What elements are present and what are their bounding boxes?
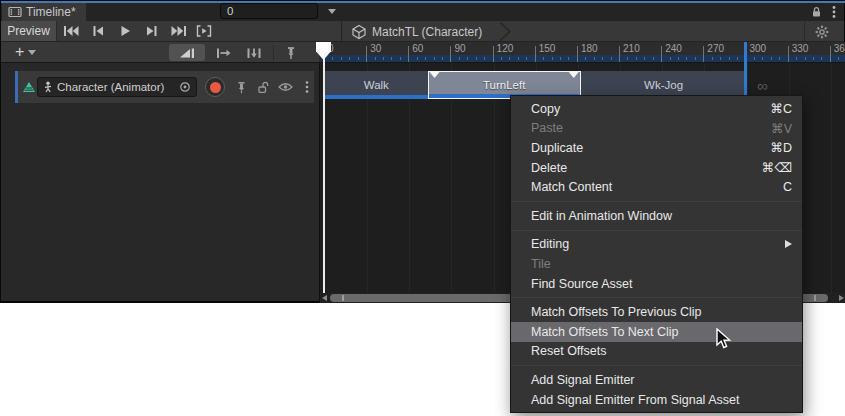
mix-mode-icon[interactable] — [210, 44, 236, 61]
mouse-cursor — [714, 328, 734, 350]
skip-to-end-button[interactable] — [165, 21, 192, 41]
ruler-tick — [703, 46, 704, 62]
track-list-panel: Character (Animator) — [1, 63, 319, 293]
curves-ramp-icon[interactable] — [169, 44, 205, 61]
menu-item-delete[interactable]: Delete⌘⌫ — [511, 158, 802, 178]
ruler-minor-tick — [602, 57, 603, 60]
menu-item-shortcut: C — [771, 180, 792, 194]
ruler-minor-tick — [686, 57, 687, 60]
gridline — [831, 63, 832, 293]
scroll-left-arrow-icon[interactable] — [322, 295, 327, 301]
ruler-minor-tick — [526, 57, 527, 60]
animation-track-icon — [21, 80, 37, 94]
ruler-minor-tick — [501, 57, 502, 60]
ruler-minor-tick — [391, 57, 392, 60]
ruler-minor-tick — [720, 57, 721, 60]
ruler-tick — [830, 46, 831, 62]
lock-icon[interactable] — [811, 6, 822, 18]
record-button[interactable] — [205, 77, 225, 97]
ruler-minor-tick — [509, 57, 510, 60]
toolbar2-divider — [273, 45, 274, 60]
time-ruler[interactable]: 0306090120150180210240270300330360 — [319, 42, 845, 63]
ruler-minor-tick — [476, 57, 477, 60]
ruler-minor-tick — [568, 57, 569, 60]
menu-item-match-offsets-to-previous-clip[interactable]: Match Offsets To Previous Clip — [511, 302, 802, 322]
track-color-bar — [15, 71, 18, 103]
ruler-label: 180 — [581, 43, 598, 54]
ruler-minor-tick — [813, 57, 814, 60]
menu-item-edit-in-animation-window[interactable]: Edit in Animation Window — [511, 206, 802, 226]
ease-out-handle[interactable] — [569, 72, 579, 78]
menu-separator — [511, 365, 802, 366]
gear-icon — [815, 25, 829, 39]
menu-item-add-signal-emitter-from-signal-asset[interactable]: Add Signal Emitter From Signal Asset — [511, 390, 802, 410]
frame-options-dropdown-icon[interactable] — [328, 9, 336, 14]
ruler-minor-tick — [484, 57, 485, 60]
infinity-marker: ∞ — [757, 77, 768, 94]
eye-icon[interactable] — [277, 80, 293, 94]
playhead-line — [323, 57, 325, 293]
breadcrumb[interactable]: MatchTL (Character) — [351, 21, 482, 42]
ruler-minor-tick — [417, 57, 418, 60]
play-button[interactable] — [111, 21, 138, 41]
ruler-tick — [619, 46, 620, 62]
track-kebab-menu-icon[interactable] — [299, 80, 315, 94]
ease-in-handle[interactable] — [430, 72, 440, 78]
previous-frame-button[interactable] — [84, 21, 111, 41]
ruler-tick — [366, 46, 367, 62]
submenu-arrow-icon — [785, 240, 792, 248]
frame-counter-input[interactable]: 0 — [220, 3, 318, 19]
ruler-label: 60 — [412, 43, 423, 54]
menu-item-match-content[interactable]: Match ContentC — [511, 177, 802, 197]
lock-open-icon[interactable] — [255, 80, 271, 94]
kebab-menu-icon[interactable] — [832, 5, 836, 19]
menu-item-copy[interactable]: Copy⌘C — [511, 99, 802, 119]
ruler-minor-tick — [585, 57, 586, 60]
ruler-minor-tick — [543, 57, 544, 60]
ruler-label: 300 — [750, 43, 767, 54]
tab-timeline[interactable]: Timeline* — [2, 3, 86, 21]
add-track-button[interactable]: + — [15, 42, 36, 62]
clip-walk[interactable]: Walk — [325, 71, 428, 99]
target-picker-icon[interactable] — [179, 81, 191, 93]
pin-icon[interactable] — [233, 80, 249, 94]
track-header-character[interactable]: Character (Animator) — [15, 71, 314, 103]
ruler-minor-tick — [695, 57, 696, 60]
ruler-minor-tick — [754, 57, 755, 60]
menu-item-duplicate[interactable]: Duplicate⌘D — [511, 138, 802, 158]
menu-item-paste: Paste⌘V — [511, 119, 802, 139]
context-menu: Copy⌘CPaste⌘VDuplicate⌘DDelete⌘⌫Match Co… — [510, 95, 803, 413]
ruler-minor-tick — [611, 57, 612, 60]
menu-item-shortcut: ⌘C — [758, 101, 792, 116]
menu-item-label: Copy — [531, 102, 560, 116]
ripple-mode-icon[interactable] — [240, 44, 268, 61]
menu-item-editing[interactable]: Editing — [511, 235, 802, 255]
menu-item-reset-offsets[interactable]: Reset Offsets — [511, 342, 802, 362]
menu-item-find-source-asset[interactable]: Find Source Asset — [511, 274, 802, 294]
play-range-button[interactable] — [192, 21, 216, 41]
replace-pin-icon[interactable] — [279, 44, 303, 61]
scrollbar-zoom-handle-left[interactable] — [342, 295, 344, 301]
clip-label: Walk — [364, 79, 389, 91]
ruler-minor-tick — [627, 57, 628, 60]
skip-to-start-button[interactable] — [57, 21, 84, 41]
scroll-right-arrow-icon[interactable] — [839, 295, 844, 301]
track-toolbar: + — [1, 42, 319, 63]
menu-item-label: Reset Offsets — [531, 344, 607, 358]
timeline-settings-button[interactable] — [804, 21, 838, 42]
menu-item-label: Edit in Animation Window — [531, 209, 672, 223]
scrollbar-zoom-handle-right[interactable] — [814, 295, 816, 301]
ruler-label: 240 — [665, 43, 682, 54]
preview-toggle-button[interactable]: Preview — [1, 21, 57, 41]
ruler-label: 210 — [623, 43, 640, 54]
menu-item-add-signal-emitter[interactable]: Add Signal Emitter — [511, 370, 802, 390]
menu-item-match-offsets-to-next-clip[interactable]: Match Offsets To Next Clip — [511, 322, 802, 342]
ruler-minor-tick — [375, 57, 376, 60]
menu-item-label: Add Signal Emitter — [531, 373, 635, 387]
ruler-minor-tick — [349, 57, 350, 60]
menu-item-label: Duplicate — [531, 141, 583, 155]
next-frame-button[interactable] — [138, 21, 165, 41]
menu-item-label: Find Source Asset — [531, 277, 632, 291]
track-binding-field[interactable]: Character (Animator) — [37, 77, 197, 97]
cube-icon — [351, 24, 367, 40]
